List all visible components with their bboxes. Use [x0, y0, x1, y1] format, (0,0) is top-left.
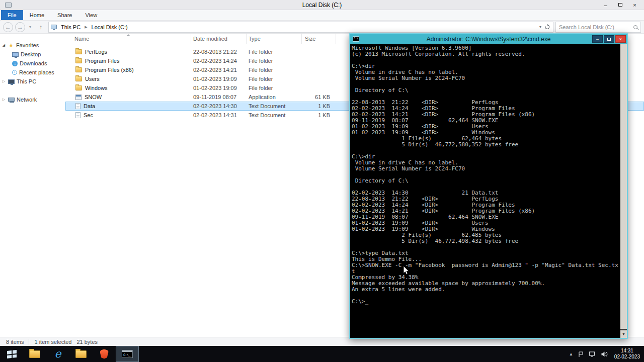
explorer-titlebar[interactable]: Local Disk (C:) – ×	[0, 0, 644, 10]
taskbar-cmd-button[interactable]	[116, 346, 139, 362]
file-type: File folder	[247, 56, 302, 65]
file-date-modified: 01-02-2023 19:09	[191, 83, 247, 93]
file-name: Users	[85, 76, 100, 82]
file-name: Program Files	[85, 58, 119, 64]
sidebar-item-label: Network	[17, 97, 37, 103]
tab-share[interactable]: Share	[51, 10, 78, 20]
file-type: File folder	[247, 47, 302, 56]
sidebar-item-this-pc[interactable]: ▷This PC	[0, 77, 65, 86]
taskbar-apps	[23, 346, 139, 362]
computer-icon	[51, 25, 57, 29]
taskbar: ▲ 14:31 02-02-2023	[0, 346, 644, 362]
maximize-icon	[607, 38, 611, 41]
sidebar-item-desktop[interactable]: Desktop	[0, 50, 65, 59]
column-header-type[interactable]: Type	[247, 34, 302, 44]
file-date-modified: 09-11-2019 08:07	[191, 93, 247, 102]
folder-icon	[75, 76, 82, 81]
sidebar-item-network[interactable]: ▷Network	[0, 95, 65, 104]
start-button[interactable]	[0, 346, 23, 362]
scrollbar-thumb[interactable]	[620, 44, 627, 329]
taskbar-internet-explorer-button[interactable]	[46, 346, 69, 362]
volume-icon[interactable]	[601, 351, 608, 357]
cmd-titlebar[interactable]: Administrator: C:\Windows\System32\cmd.e…	[350, 34, 627, 44]
back-button[interactable]: ←	[3, 22, 13, 32]
file-type: File folder	[247, 83, 302, 93]
cmd-body: Microsoft Windows [Version 6.3.9600] (c)…	[350, 44, 627, 338]
file-date-modified: 22-08-2013 21:22	[191, 47, 247, 56]
recent-locations-dropdown-icon[interactable]: ▾	[27, 22, 33, 33]
search-icon[interactable]	[633, 25, 637, 29]
search-input[interactable]	[556, 22, 640, 32]
cmd-scrollbar[interactable]: ▼	[620, 44, 627, 338]
taskbar-file-explorer-button[interactable]	[23, 346, 46, 362]
console-output[interactable]: Microsoft Windows [Version 6.3.9600] (c)…	[350, 44, 620, 338]
restore-icon	[618, 3, 622, 7]
file-date-modified: 02-02-2023 14:21	[191, 65, 247, 74]
sidebar-item-recent-places[interactable]: Recent places	[0, 68, 65, 77]
taskbar-brave-button[interactable]	[93, 346, 116, 362]
close-button[interactable]: ×	[627, 1, 642, 10]
cmd-minimize-button[interactable]: –	[592, 35, 603, 43]
cmd-close-button[interactable]: ×	[615, 35, 626, 43]
file-date-modified: 02-02-2023 14:30	[191, 102, 247, 111]
window-title: Local Disk (C:)	[302, 2, 342, 9]
folder-icon	[75, 58, 82, 63]
file-size: 61 KB	[302, 93, 336, 102]
column-header-date-modified[interactable]: Date modified	[191, 34, 247, 44]
cmd-maximize-button[interactable]	[604, 35, 614, 43]
folder-icon	[75, 67, 82, 72]
tab-home[interactable]: Home	[23, 10, 51, 20]
expand-icon[interactable]: ▷	[2, 79, 6, 83]
restore-button[interactable]	[613, 1, 627, 10]
action-center-icon[interactable]	[578, 351, 584, 357]
address-dropdown-icon[interactable]: ▾	[539, 25, 541, 29]
taskbar-folder-button[interactable]	[69, 346, 93, 362]
column-header-name[interactable]: Name	[65, 34, 191, 44]
file-name: SNOW	[85, 94, 102, 100]
file-size	[302, 47, 336, 56]
brave-icon	[100, 349, 109, 359]
file-size	[302, 83, 336, 93]
sort-ascending-icon	[126, 34, 130, 36]
folder-icon	[75, 49, 82, 54]
address-bar[interactable]: This PC ▶ Local Disk (C:) ▾	[48, 22, 553, 33]
taskbar-clock[interactable]: 14:31 02-02-2023	[612, 348, 640, 360]
file-date-modified: 01-02-2023 19:09	[191, 74, 247, 83]
scroll-down-button[interactable]: ▼	[620, 330, 627, 338]
refresh-icon[interactable]	[544, 24, 550, 30]
file-size	[302, 65, 336, 74]
folder-icon	[75, 350, 87, 358]
tab-view[interactable]: View	[78, 10, 104, 20]
file-explorer-icon	[29, 350, 40, 358]
cmd-taskbar-icon	[122, 350, 133, 358]
file-type: Text Document	[247, 102, 302, 111]
windows-logo-icon	[7, 350, 17, 358]
sidebar-item-favorites[interactable]: ◢Favorites	[0, 41, 65, 50]
file-type: Text Document	[247, 111, 302, 120]
forward-button[interactable]: →	[15, 22, 25, 32]
desktop-icon	[12, 52, 19, 57]
tab-file[interactable]: File	[1, 10, 23, 20]
recent-places-icon	[12, 70, 17, 75]
sidebar-item-downloads[interactable]: Downloads	[0, 59, 65, 68]
status-selection: 1 item selected	[34, 339, 71, 345]
network-icon	[8, 98, 15, 102]
cmd-title: Administrator: C:\Windows\System32\cmd.e…	[427, 36, 551, 43]
up-button[interactable]: ↑	[35, 22, 46, 33]
system-tray: ▲ 14:31 02-02-2023	[569, 346, 644, 362]
breadcrumb-this-pc[interactable]: This PC	[59, 24, 83, 30]
computer-icon	[8, 79, 15, 84]
column-header-size[interactable]: Size	[302, 34, 336, 44]
status-selection-size: 21 bytes	[76, 339, 98, 345]
sidebar-item-label: Desktop	[21, 51, 41, 57]
mouse-cursor	[403, 265, 410, 276]
minimize-button[interactable]: –	[598, 1, 613, 10]
file-size: 1 KB	[302, 102, 336, 111]
expand-icon[interactable]: ▷	[2, 98, 6, 102]
collapse-icon[interactable]: ◢	[2, 43, 6, 47]
network-icon[interactable]	[589, 351, 596, 357]
sidebar-item-label: Recent places	[19, 69, 54, 75]
breadcrumb-local-disk[interactable]: Local Disk (C:)	[90, 24, 130, 30]
show-hidden-icons-button[interactable]: ▲	[569, 352, 573, 356]
file-type: File folder	[247, 65, 302, 74]
